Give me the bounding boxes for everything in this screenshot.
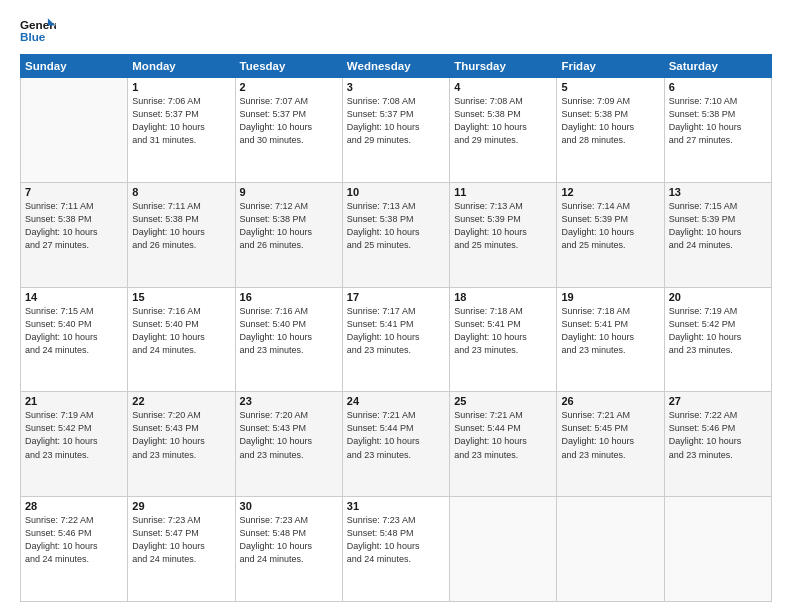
cell-info: Sunrise: 7:08 AM Sunset: 5:37 PM Dayligh…	[347, 95, 445, 147]
calendar-cell	[450, 497, 557, 602]
calendar-cell: 8Sunrise: 7:11 AM Sunset: 5:38 PM Daylig…	[128, 182, 235, 287]
cell-info: Sunrise: 7:09 AM Sunset: 5:38 PM Dayligh…	[561, 95, 659, 147]
calendar-cell: 29Sunrise: 7:23 AM Sunset: 5:47 PM Dayli…	[128, 497, 235, 602]
day-number: 14	[25, 291, 123, 303]
calendar-cell: 9Sunrise: 7:12 AM Sunset: 5:38 PM Daylig…	[235, 182, 342, 287]
cell-info: Sunrise: 7:07 AM Sunset: 5:37 PM Dayligh…	[240, 95, 338, 147]
calendar-cell	[664, 497, 771, 602]
day-number: 15	[132, 291, 230, 303]
logo-icon: General Blue	[20, 16, 56, 44]
col-header-monday: Monday	[128, 55, 235, 78]
svg-text:Blue: Blue	[20, 30, 46, 43]
calendar-cell: 24Sunrise: 7:21 AM Sunset: 5:44 PM Dayli…	[342, 392, 449, 497]
cell-info: Sunrise: 7:22 AM Sunset: 5:46 PM Dayligh…	[25, 514, 123, 566]
calendar-cell: 12Sunrise: 7:14 AM Sunset: 5:39 PM Dayli…	[557, 182, 664, 287]
col-header-saturday: Saturday	[664, 55, 771, 78]
day-number: 20	[669, 291, 767, 303]
calendar-table: SundayMondayTuesdayWednesdayThursdayFrid…	[20, 54, 772, 602]
cell-info: Sunrise: 7:13 AM Sunset: 5:38 PM Dayligh…	[347, 200, 445, 252]
cell-info: Sunrise: 7:15 AM Sunset: 5:40 PM Dayligh…	[25, 305, 123, 357]
week-row-3: 14Sunrise: 7:15 AM Sunset: 5:40 PM Dayli…	[21, 287, 772, 392]
day-number: 11	[454, 186, 552, 198]
cell-info: Sunrise: 7:11 AM Sunset: 5:38 PM Dayligh…	[25, 200, 123, 252]
calendar-cell: 16Sunrise: 7:16 AM Sunset: 5:40 PM Dayli…	[235, 287, 342, 392]
cell-info: Sunrise: 7:13 AM Sunset: 5:39 PM Dayligh…	[454, 200, 552, 252]
cell-info: Sunrise: 7:20 AM Sunset: 5:43 PM Dayligh…	[240, 409, 338, 461]
calendar-header-row: SundayMondayTuesdayWednesdayThursdayFrid…	[21, 55, 772, 78]
cell-info: Sunrise: 7:06 AM Sunset: 5:37 PM Dayligh…	[132, 95, 230, 147]
col-header-wednesday: Wednesday	[342, 55, 449, 78]
calendar-cell: 13Sunrise: 7:15 AM Sunset: 5:39 PM Dayli…	[664, 182, 771, 287]
day-number: 24	[347, 395, 445, 407]
day-number: 2	[240, 81, 338, 93]
cell-info: Sunrise: 7:21 AM Sunset: 5:45 PM Dayligh…	[561, 409, 659, 461]
day-number: 25	[454, 395, 552, 407]
calendar-cell: 18Sunrise: 7:18 AM Sunset: 5:41 PM Dayli…	[450, 287, 557, 392]
day-number: 4	[454, 81, 552, 93]
cell-info: Sunrise: 7:23 AM Sunset: 5:47 PM Dayligh…	[132, 514, 230, 566]
cell-info: Sunrise: 7:11 AM Sunset: 5:38 PM Dayligh…	[132, 200, 230, 252]
day-number: 21	[25, 395, 123, 407]
day-number: 30	[240, 500, 338, 512]
calendar-cell: 4Sunrise: 7:08 AM Sunset: 5:38 PM Daylig…	[450, 78, 557, 183]
day-number: 9	[240, 186, 338, 198]
cell-info: Sunrise: 7:23 AM Sunset: 5:48 PM Dayligh…	[240, 514, 338, 566]
day-number: 1	[132, 81, 230, 93]
calendar-cell: 19Sunrise: 7:18 AM Sunset: 5:41 PM Dayli…	[557, 287, 664, 392]
cell-info: Sunrise: 7:08 AM Sunset: 5:38 PM Dayligh…	[454, 95, 552, 147]
cell-info: Sunrise: 7:18 AM Sunset: 5:41 PM Dayligh…	[454, 305, 552, 357]
cell-info: Sunrise: 7:16 AM Sunset: 5:40 PM Dayligh…	[240, 305, 338, 357]
calendar-cell: 2Sunrise: 7:07 AM Sunset: 5:37 PM Daylig…	[235, 78, 342, 183]
calendar-cell: 21Sunrise: 7:19 AM Sunset: 5:42 PM Dayli…	[21, 392, 128, 497]
col-header-friday: Friday	[557, 55, 664, 78]
day-number: 22	[132, 395, 230, 407]
cell-info: Sunrise: 7:23 AM Sunset: 5:48 PM Dayligh…	[347, 514, 445, 566]
calendar-cell: 30Sunrise: 7:23 AM Sunset: 5:48 PM Dayli…	[235, 497, 342, 602]
day-number: 29	[132, 500, 230, 512]
day-number: 13	[669, 186, 767, 198]
col-header-tuesday: Tuesday	[235, 55, 342, 78]
cell-info: Sunrise: 7:17 AM Sunset: 5:41 PM Dayligh…	[347, 305, 445, 357]
calendar-cell: 15Sunrise: 7:16 AM Sunset: 5:40 PM Dayli…	[128, 287, 235, 392]
calendar-cell: 5Sunrise: 7:09 AM Sunset: 5:38 PM Daylig…	[557, 78, 664, 183]
calendar-cell: 7Sunrise: 7:11 AM Sunset: 5:38 PM Daylig…	[21, 182, 128, 287]
calendar-cell: 26Sunrise: 7:21 AM Sunset: 5:45 PM Dayli…	[557, 392, 664, 497]
cell-info: Sunrise: 7:19 AM Sunset: 5:42 PM Dayligh…	[669, 305, 767, 357]
day-number: 18	[454, 291, 552, 303]
calendar-cell: 27Sunrise: 7:22 AM Sunset: 5:46 PM Dayli…	[664, 392, 771, 497]
week-row-5: 28Sunrise: 7:22 AM Sunset: 5:46 PM Dayli…	[21, 497, 772, 602]
day-number: 5	[561, 81, 659, 93]
day-number: 6	[669, 81, 767, 93]
day-number: 17	[347, 291, 445, 303]
calendar-cell: 31Sunrise: 7:23 AM Sunset: 5:48 PM Dayli…	[342, 497, 449, 602]
cell-info: Sunrise: 7:19 AM Sunset: 5:42 PM Dayligh…	[25, 409, 123, 461]
day-number: 26	[561, 395, 659, 407]
calendar-cell: 6Sunrise: 7:10 AM Sunset: 5:38 PM Daylig…	[664, 78, 771, 183]
week-row-2: 7Sunrise: 7:11 AM Sunset: 5:38 PM Daylig…	[21, 182, 772, 287]
cell-info: Sunrise: 7:16 AM Sunset: 5:40 PM Dayligh…	[132, 305, 230, 357]
calendar-cell: 22Sunrise: 7:20 AM Sunset: 5:43 PM Dayli…	[128, 392, 235, 497]
day-number: 16	[240, 291, 338, 303]
day-number: 28	[25, 500, 123, 512]
calendar-cell: 17Sunrise: 7:17 AM Sunset: 5:41 PM Dayli…	[342, 287, 449, 392]
cell-info: Sunrise: 7:20 AM Sunset: 5:43 PM Dayligh…	[132, 409, 230, 461]
day-number: 12	[561, 186, 659, 198]
day-number: 23	[240, 395, 338, 407]
cell-info: Sunrise: 7:15 AM Sunset: 5:39 PM Dayligh…	[669, 200, 767, 252]
calendar-cell: 3Sunrise: 7:08 AM Sunset: 5:37 PM Daylig…	[342, 78, 449, 183]
col-header-thursday: Thursday	[450, 55, 557, 78]
day-number: 3	[347, 81, 445, 93]
calendar-cell: 23Sunrise: 7:20 AM Sunset: 5:43 PM Dayli…	[235, 392, 342, 497]
calendar-cell: 28Sunrise: 7:22 AM Sunset: 5:46 PM Dayli…	[21, 497, 128, 602]
col-header-sunday: Sunday	[21, 55, 128, 78]
day-number: 31	[347, 500, 445, 512]
cell-info: Sunrise: 7:21 AM Sunset: 5:44 PM Dayligh…	[454, 409, 552, 461]
logo: General Blue	[20, 16, 56, 44]
day-number: 10	[347, 186, 445, 198]
calendar-cell: 1Sunrise: 7:06 AM Sunset: 5:37 PM Daylig…	[128, 78, 235, 183]
day-number: 7	[25, 186, 123, 198]
calendar-cell: 25Sunrise: 7:21 AM Sunset: 5:44 PM Dayli…	[450, 392, 557, 497]
cell-info: Sunrise: 7:22 AM Sunset: 5:46 PM Dayligh…	[669, 409, 767, 461]
week-row-1: 1Sunrise: 7:06 AM Sunset: 5:37 PM Daylig…	[21, 78, 772, 183]
cell-info: Sunrise: 7:10 AM Sunset: 5:38 PM Dayligh…	[669, 95, 767, 147]
